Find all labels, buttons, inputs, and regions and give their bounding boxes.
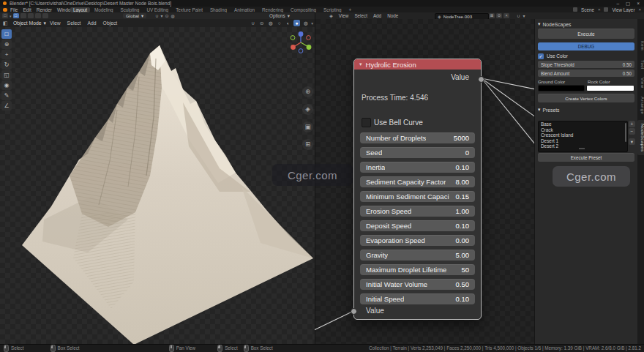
select-mode-icon[interactable]: □ <box>13 13 19 18</box>
transform-orientation-dropdown[interactable]: Global ▾ <box>123 13 146 18</box>
preset-add-button[interactable]: + <box>629 121 635 127</box>
snap-magnet-icon[interactable]: ∪ <box>155 13 158 18</box>
blend-amount-slider[interactable]: Blend Amount 0.50 <box>538 70 634 77</box>
vp-menu-view[interactable]: View <box>50 20 61 26</box>
node-menu-add[interactable]: Add <box>373 13 381 18</box>
menu-file[interactable]: File <box>10 7 18 12</box>
tab-view[interactable]: View <box>637 75 644 91</box>
preset-base[interactable]: Base <box>539 121 627 127</box>
mode-icon-4[interactable] <box>42 13 48 18</box>
navigation-gizmo[interactable] <box>288 30 313 55</box>
nodescapes-panel-header[interactable]: ▾ NodeScapes <box>538 21 571 27</box>
camera-view-icon[interactable]: ▣ <box>302 121 313 132</box>
value-output-socket[interactable] <box>478 76 484 83</box>
pan-hand-icon[interactable]: ◈ <box>302 104 313 115</box>
rock-color-swatch[interactable] <box>586 85 634 91</box>
preset-desert-1[interactable]: Desert 1 <box>539 138 627 144</box>
param-initial-water-volume[interactable]: Initial Water Volume0.50 <box>360 279 475 290</box>
node-editor-type-icon[interactable]: ◈ <box>329 13 333 18</box>
param-evaporation-speed[interactable]: Evaporation Speed0.00 <box>360 235 475 246</box>
param-sediment-capacity-factor[interactable]: Sediment Capacity Factor8.00 <box>360 176 475 187</box>
view-layer-unlink-icon[interactable]: × <box>638 7 641 12</box>
scene-selector[interactable]: Scene <box>581 7 594 12</box>
overlays-icon[interactable]: ◍ <box>267 20 274 26</box>
ortho-toggle-icon[interactable]: ⊞ <box>302 139 313 150</box>
workspace-texture-paint[interactable]: Texture Paint <box>173 7 206 13</box>
cursor-tool[interactable]: ⊕ <box>1 40 12 49</box>
param-erosion-speed[interactable]: Erosion Speed1.00 <box>360 206 475 217</box>
rotate-tool[interactable]: ↻ <box>1 60 12 70</box>
workspace-animation[interactable]: Animation <box>231 7 258 13</box>
list-resize-grip[interactable] <box>579 148 585 149</box>
vp-menu-select[interactable]: Select <box>67 20 81 26</box>
slope-threshold-slider[interactable]: Slope Threshold 0.50 <box>538 61 634 68</box>
annotate-tool[interactable]: ✎ <box>1 91 12 100</box>
param-deposit-speed[interactable]: Deposit Speed0.10 <box>360 220 475 231</box>
ground-color-swatch[interactable] <box>538 85 585 91</box>
pivot-icon[interactable]: ⊙ <box>165 13 168 18</box>
options-dropdown[interactable]: Options ▾ <box>269 13 290 18</box>
snap-icon[interactable]: ∪ <box>517 13 520 18</box>
mode-icon-2[interactable] <box>28 13 34 18</box>
tool-dropdown-icon[interactable]: ▾ <box>10 14 12 18</box>
menu-render[interactable]: Render <box>37 7 52 12</box>
collapse-triangle-icon[interactable]: ▾ <box>359 61 362 67</box>
param-number-of-droplets[interactable]: Number of Droplets5000 <box>360 132 475 143</box>
workspace-modeling[interactable]: Modeling <box>91 7 116 13</box>
workspace-add-button[interactable]: + <box>346 7 355 13</box>
select-box-tool[interactable]: □ <box>1 29 12 39</box>
workspace-sculpting[interactable]: Sculpting <box>117 7 142 13</box>
workspace-scripting[interactable]: Scripting <box>321 7 345 13</box>
workspace-shading[interactable]: Shading <box>207 7 230 13</box>
scale-tool[interactable]: ◱ <box>1 70 12 80</box>
value-input-socket[interactable] <box>351 308 357 315</box>
mode-icon-1[interactable] <box>20 13 26 18</box>
measure-tool[interactable]: ∠ <box>1 101 12 111</box>
param-minimum-sediment-capacity[interactable]: Minimum Sediment Capaci0.15 <box>360 191 475 202</box>
shading-rendered-icon[interactable]: ◍ <box>302 20 309 26</box>
workspace-rendering[interactable]: Rendering <box>259 7 286 13</box>
hydrolic-erosion-node[interactable]: ▾ Hydrolic Erosion Value Process Time: 4… <box>353 59 482 320</box>
close-button[interactable]: × <box>637 1 640 7</box>
move-tool[interactable]: + <box>1 50 12 59</box>
workspace-uv-editing[interactable]: UV Editing <box>143 7 171 13</box>
param-seed[interactable]: Seed0 <box>360 147 475 158</box>
snap-magnet-icon[interactable]: ∪ <box>250 20 256 26</box>
preset-specials-dropdown[interactable]: ▾ <box>629 138 635 145</box>
vp-menu-add[interactable]: Add <box>88 20 97 26</box>
param-inertia[interactable]: Inertia0.10 <box>360 162 475 173</box>
tab-tool[interactable]: Tool <box>637 57 644 72</box>
unlink-tree-button[interactable]: × <box>503 13 509 18</box>
scene-unlink-icon[interactable]: × <box>598 7 601 12</box>
preset-crescent-island[interactable]: Crescent Island <box>539 132 627 138</box>
fake-user-button[interactable]: ⊙ <box>496 13 502 18</box>
new-tree-button[interactable]: ⊞ <box>489 13 495 18</box>
menu-edit[interactable]: Edit <box>23 7 31 12</box>
node-menu-view[interactable]: View <box>339 13 349 18</box>
debug-button[interactable]: DEBUG <box>538 42 634 50</box>
shading-solid-icon[interactable]: ◐ <box>285 20 291 26</box>
active-tool-icon[interactable]: □ <box>2 13 8 18</box>
object-mode-dropdown[interactable]: Object Mode ▾ <box>13 20 46 26</box>
tab-item[interactable]: Item <box>637 38 644 54</box>
use-color-checkbox[interactable]: ✓ <box>538 53 544 59</box>
param-maximum-droplet-lifetime[interactable]: Maximum Droplet Lifetime50 <box>360 264 475 275</box>
execute-preset-button[interactable]: Execute Preset <box>538 153 634 162</box>
mode-icon-3[interactable] <box>35 13 41 18</box>
maximize-button[interactable]: ▢ <box>626 1 630 7</box>
node-menu-select[interactable]: Select <box>354 13 367 18</box>
blender-menu-icon[interactable] <box>3 8 7 12</box>
tab-arrange[interactable]: Arrange <box>637 94 644 117</box>
proportional-edit-icon[interactable]: ◍ <box>171 13 174 18</box>
node-menu-node[interactable]: Node <box>387 13 398 18</box>
snap-dropdown-icon[interactable]: ▾ <box>160 13 162 18</box>
param-initial-speed[interactable]: Initial Speed0.10 <box>360 293 475 304</box>
create-vertex-colors-button[interactable]: Create Vertex Colors <box>538 94 634 102</box>
zoom-icon[interactable]: ⊕ <box>302 86 313 97</box>
node-title-bar[interactable]: ▾ Hydrolic Erosion <box>354 59 481 70</box>
viewport-editor-type-icon[interactable]: ◧ <box>3 20 8 26</box>
view-layer-selector[interactable]: View Layer <box>612 7 634 12</box>
minimize-button[interactable]: – <box>616 1 619 7</box>
vp-menu-object[interactable]: Object <box>103 20 118 26</box>
shading-dropdown-icon[interactable]: ▾ <box>311 21 313 26</box>
